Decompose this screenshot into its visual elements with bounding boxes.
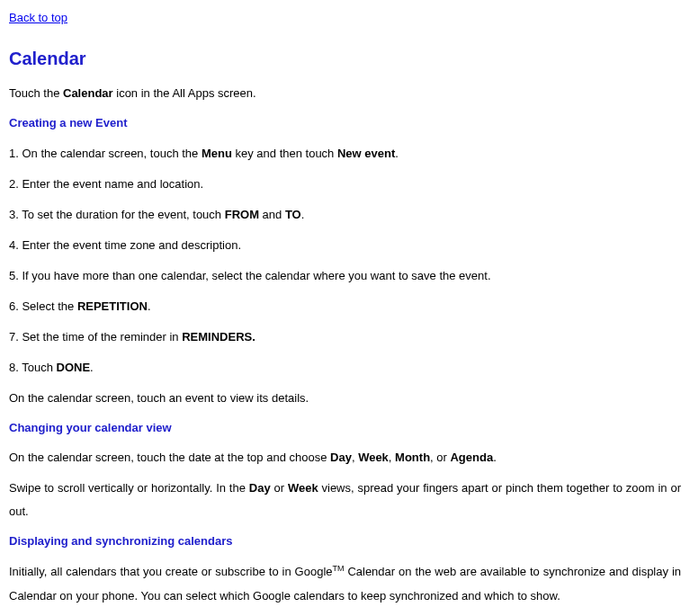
text: or: [271, 481, 288, 495]
text: ,: [389, 451, 395, 464]
text: Touch the: [9, 86, 63, 100]
bold-text: Agenda: [450, 451, 493, 464]
heading-changing-view: Changing your calendar view: [9, 419, 681, 438]
text: .: [90, 361, 94, 374]
text: 7. Set the time of the reminder in: [9, 330, 182, 344]
step-3: 3. To set the duration for the event, to…: [9, 203, 681, 227]
bold-text: TO: [285, 208, 301, 221]
changing-1: On the calendar screen, touch the date a…: [9, 446, 681, 469]
bold-text: DONE: [57, 361, 91, 374]
text: , or: [430, 451, 450, 464]
step-2: 2. Enter the event name and location.: [9, 173, 681, 196]
step-5: 5. If you have more than one calendar, s…: [9, 264, 681, 288]
bold-text: Week: [358, 451, 389, 464]
changing-2: Swipe to scroll vertically or horizontal…: [9, 477, 681, 523]
step-1: 1. On the calendar screen, touch the Men…: [9, 142, 681, 165]
text: key and then touch: [232, 147, 337, 160]
bold-text: New event: [337, 147, 395, 160]
text: Swipe to scroll vertically or horizontal…: [9, 481, 249, 495]
bold-text: Menu: [202, 147, 232, 160]
step-6: 6. Select the REPETITION.: [9, 295, 681, 318]
bold-text: REPETITION: [77, 299, 148, 313]
superscript: TM: [333, 564, 345, 573]
bold-text: Calendar: [63, 86, 113, 100]
step-8: 8. Touch DONE.: [9, 356, 681, 379]
bold-text: Month: [395, 451, 430, 464]
bold-text: Day: [330, 451, 352, 464]
back-to-top-link[interactable]: Back to top: [9, 9, 67, 28]
text: and: [259, 208, 285, 221]
text: .: [493, 451, 497, 464]
bold-text: Day: [249, 481, 271, 495]
text: Initially, all calendars that you create…: [9, 566, 333, 579]
step-4: 4. Enter the event time zone and descrip…: [9, 234, 681, 257]
text: On the calendar screen, touch the date a…: [9, 451, 330, 464]
text: .: [148, 299, 151, 313]
page-title: Calendar: [9, 44, 681, 73]
intro-text: Touch the Calendar icon in the All Apps …: [9, 82, 681, 105]
bold-text: Week: [288, 481, 318, 495]
heading-display-sync: Displaying and synchronizing calendars: [9, 532, 681, 551]
bold-text: FROM: [225, 208, 259, 221]
text: 1. On the calendar screen, touch the: [9, 147, 202, 160]
step-7: 7. Set the time of the reminder in REMIN…: [9, 326, 681, 349]
after-steps-text: On the calendar screen, touch an event t…: [9, 387, 681, 410]
heading-create-event: Creating a new Event: [9, 114, 681, 133]
display-intro: Initially, all calendars that you create…: [9, 560, 681, 607]
text: .: [395, 147, 399, 160]
text: .: [301, 208, 305, 221]
text: 3. To set the duration for the event, to…: [9, 208, 225, 221]
bold-text: REMINDERS.: [182, 330, 255, 344]
text: icon in the All Apps screen.: [113, 86, 256, 100]
text: 8. Touch: [9, 361, 57, 374]
text: 6. Select the: [9, 299, 77, 313]
